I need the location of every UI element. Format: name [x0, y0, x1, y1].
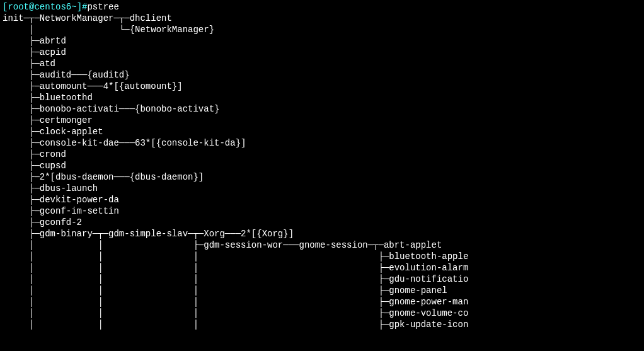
pstree-line: init─┬─NetworkManager─┬─dhclient: [3, 13, 172, 23]
pstree-line: ├─clock-applet: [3, 127, 103, 137]
pstree-line: ├─abrtd: [3, 36, 66, 46]
command-text: pstree: [87, 2, 118, 12]
pstree-line: ├─auditd───{auditd}: [3, 70, 130, 80]
prompt-user: root: [8, 2, 29, 12]
pstree-line: ├─bonobo-activati───{bonobo-activat}: [3, 104, 219, 114]
prompt-tilde: ~: [71, 2, 76, 12]
pstree-line: │ └─{NetworkManager}: [3, 25, 214, 35]
pstree-line: ├─atd: [3, 59, 55, 69]
pstree-line: │ │ │ ├─gnome-power-man: [3, 297, 468, 307]
pstree-line: ├─console-kit-dae───63*[{console-kit-da}…: [3, 138, 246, 148]
pstree-line: ├─gconfd-2: [3, 217, 82, 227]
pstree-line: ├─gdm-binary─┬─gdm-simple-slav─┬─Xorg───…: [3, 229, 294, 239]
pstree-line: ├─bluetoothd: [3, 93, 93, 103]
pstree-line: │ │ │ ├─gdu-notificatio: [3, 274, 468, 284]
pstree-line: ├─certmonger: [3, 115, 93, 125]
pstree-line: │ │ │ ├─gnome-panel: [3, 285, 447, 296]
pstree-line: ├─automount───4*[{automount}]: [3, 81, 183, 91]
pstree-line: │ │ │ ├─gnome-volume-co: [3, 308, 468, 318]
pstree-line: │ │ │ ├─gpk-update-icon: [3, 319, 468, 330]
pstree-line: ├─gconf-im-settin: [3, 206, 119, 216]
prompt-host: centos6: [34, 2, 71, 12]
pstree-line: ├─crond: [3, 149, 66, 159]
pstree-line: │ │ ├─gdm-session-wor───gnome-session─┬─…: [3, 240, 442, 250]
pstree-line: ├─devkit-power-da: [3, 195, 119, 205]
pstree-line: ├─cupsd: [3, 161, 66, 171]
pstree-line: ├─acpid: [3, 47, 66, 57]
pstree-line: │ │ │ ├─bluetooth-apple: [3, 251, 468, 262]
pstree-line: │ │ │ ├─evolution-alarm: [3, 263, 468, 273]
prompt-close-bracket: ]: [77, 2, 82, 12]
pstree-line: ├─dbus-launch: [3, 183, 98, 193]
pstree-line: ├─2*[dbus-daemon───{dbus-daemon}]: [3, 172, 204, 182]
terminal-output: [root@centos6~]#pstree init─┬─NetworkMan…: [0, 0, 644, 331]
